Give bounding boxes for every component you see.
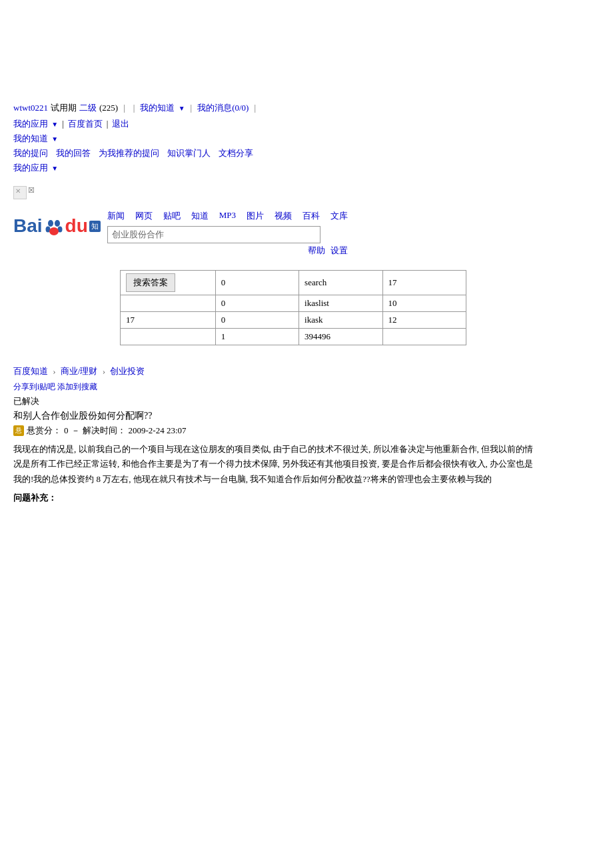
nav-tieba[interactable]: 贴吧 [163,210,181,222]
my-zhidao-link[interactable]: 我的知道 ▼ [140,100,185,115]
my-zhidao-submenu: 我的知道 ▼ [13,133,600,145]
search-answers-button[interactable]: 搜索答案 [126,273,175,292]
breadcrumb: 百度知道 › 商业/理财 › 创业投资 [13,365,600,377]
broken-image-label: ☒ [28,186,35,195]
username-link[interactable]: wtwt0221 [13,100,48,115]
search-box-area: 新闻 网页 贴吧 知道 MP3 图片 视频 百科 文库 帮助 设置 [107,210,348,257]
nav-video[interactable]: 视频 [275,210,292,222]
reward-icon: 悬 [13,425,24,436]
search-input[interactable] [107,226,320,243]
knowledge-master-link[interactable]: 知识掌门人 [167,147,211,159]
reward-row: 悬 悬赏分： 0 － 解决时间： 2009-2-24 23:07 [13,425,600,437]
my-questions-link[interactable]: 我的提问 [13,147,48,159]
table-cell-r3c0: 17 [121,312,216,329]
solve-time-label: 解决时间： [83,425,126,437]
table-row: 搜索答案 0 search 17 [121,271,466,295]
baidu-logo-text: Bai du [13,215,88,237]
nav-library[interactable]: 文库 [330,210,348,222]
share-link[interactable]: 分享到i贴吧 [13,382,55,391]
zhidao-sub-arrow-icon: ▼ [51,135,58,143]
nav-news[interactable]: 新闻 [107,210,125,222]
table-cell-r2c0 [121,295,216,312]
table-cell-r1c3: 17 [382,271,466,295]
broken-image-icon [13,186,27,199]
separator5: | [62,119,64,129]
status-badge: 已解决 [13,395,600,407]
supplement-title: 问题补充： [13,492,600,504]
table-cell-r2c3: 10 [382,295,466,312]
table-cell-r1c1: 0 [215,271,299,295]
table-row: 1 394496 [121,329,466,345]
my-messages-link[interactable]: 我的消息(0/0) [197,100,249,115]
breadcrumb-cat1[interactable]: 商业/理财 [61,366,98,376]
settings-link[interactable]: 设置 [330,245,348,257]
search-section: Bai du 知 新闻 网页 贴吧 知道 MP3 图片 视频 百科 文库 帮 [13,210,600,257]
table-row: 17 0 ikask 12 [121,312,466,329]
content-section: 百度知道 › 商业/理财 › 创业投资 分享到i贴吧 添加到搜藏 已解决 和别人… [13,365,600,503]
reward-label: 悬赏分： [27,425,61,437]
my-zhidao-text: 我的知道 [140,103,175,113]
table-section: 搜索答案 0 search 17 0 ikaslist 10 17 0 ikas… [120,270,600,345]
table-cell-r2c1: 0 [215,295,299,312]
nav-row2: 我的应用 ▼ | 百度首页 | 退出 [13,118,600,130]
nav-web[interactable]: 网页 [135,210,153,222]
my-zhidao-sub-link[interactable]: 我的知道 ▼ [13,133,58,145]
svg-point-0 [48,220,53,227]
table-cell-r3c2: ikask [299,312,382,329]
nav-mp3[interactable]: MP3 [219,210,236,222]
submenu-items: 我的提问 我的回答 为我推荐的提问 知识掌门人 文档分享 [13,147,600,159]
nav-images[interactable]: 图片 [247,210,264,222]
zhidao-arrow-icon: ▼ [179,103,185,115]
level-link[interactable]: 二级 [79,100,97,115]
search-table: 搜索答案 0 search 17 0 ikaslist 10 17 0 ikas… [120,270,466,345]
doc-share-link[interactable]: 文档分享 [219,147,253,159]
table-cell-r3c3: 12 [382,312,466,329]
my-answers-link[interactable]: 我的回答 [56,147,91,159]
logout-link[interactable]: 退出 [112,118,129,130]
breadcrumb-arrow1: › [53,366,55,376]
question-title: 和别人合作创业股份如何分配啊?? [13,410,600,422]
baidu-home-link[interactable]: 百度首页 [68,118,103,130]
solve-time-value: 2009-2-24 23:07 [129,425,187,436]
breadcrumb-cat2[interactable]: 创业投资 [110,366,145,376]
table-cell-r4c1: 1 [215,329,299,345]
search-input-row [107,226,348,243]
table-cell-r4c2: 394496 [299,329,382,345]
table-cell-r1c2: search [299,271,382,295]
baidu-paw-icon [44,217,64,237]
nav-baike[interactable]: 百科 [303,210,320,222]
svg-point-4 [49,227,59,235]
my-apps-link[interactable]: 我的应用 ▼ [13,118,58,130]
reward-value: 0 [64,425,69,436]
broken-image-area: ☒ [13,181,600,199]
breadcrumb-root[interactable]: 百度知道 [13,366,48,376]
apps-arrow-icon: ▼ [51,121,58,128]
breadcrumb-arrow2: › [103,366,105,376]
help-link[interactable]: 帮助 [308,245,325,257]
table-cell-btn: 搜索答案 [121,271,216,295]
favorite-link[interactable]: 添加到搜藏 [57,382,97,391]
table-cell-r2c2: ikaslist [299,295,382,312]
dash-separator: － [71,425,80,437]
my-apps-sub-link[interactable]: 我的应用 ▼ [13,162,58,174]
separator1: | [123,100,125,115]
nav-zhidao[interactable]: 知道 [191,210,209,222]
my-apps-text: 我的应用 [13,119,48,129]
points: (225) [99,100,118,115]
table-cell-r3c1: 0 [215,312,299,329]
zhi-badge: 知 [89,221,101,232]
my-apps-submenu: 我的应用 ▼ [13,162,600,174]
question-body: 我现在的情况是, 以前我自己的一个项目与现在这位朋友的项目类似, 由于自己的技术… [13,442,533,486]
my-zhidao-sub-label: 我的知道 [13,133,48,143]
recommended-link[interactable]: 为我推荐的提问 [99,147,159,159]
baidu-nav-links: 新闻 网页 贴吧 知道 MP3 图片 视频 百科 文库 [107,210,348,222]
separator3: | [191,100,193,115]
my-apps-sub-label: 我的应用 [13,163,48,173]
baidu-logo: Bai du 知 [13,215,101,237]
table-cell-r4c3 [382,329,466,345]
separator6: | [107,119,109,129]
search-help-row: 帮助 设置 [107,245,348,257]
top-user-bar: wtwt0221 试用期 二级 (225) | | 我的知道 ▼ | 我的消息(… [13,100,600,115]
action-links: 分享到i贴吧 添加到搜藏 [13,381,600,393]
table-cell-r4c0 [121,329,216,345]
